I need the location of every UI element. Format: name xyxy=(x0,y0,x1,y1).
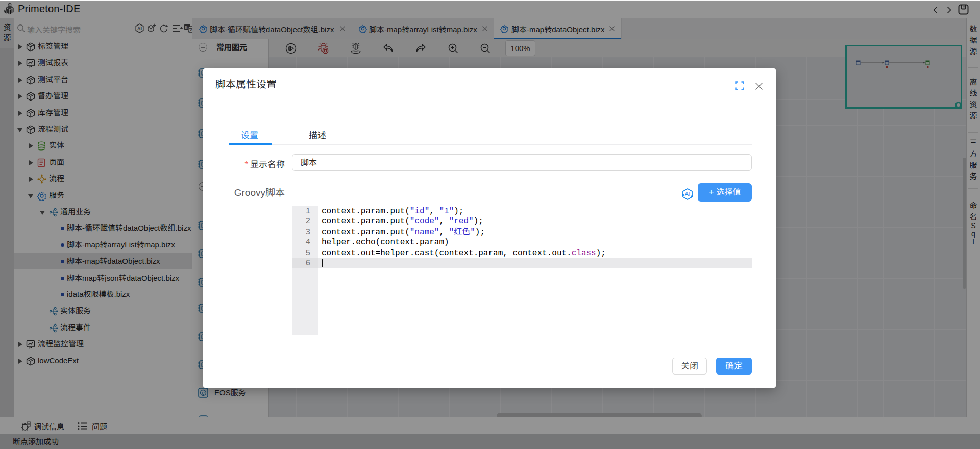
svg-text:AI: AI xyxy=(684,191,690,198)
